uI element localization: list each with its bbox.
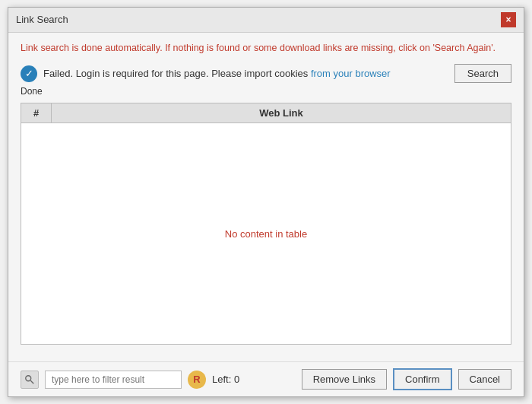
table-header: # Web Link — [21, 103, 511, 123]
dialog-title: Link Search — [16, 14, 68, 25]
status-text-start: Failed. Login is required for this page.… — [43, 68, 311, 79]
search-again-button[interactable]: Search — [454, 64, 511, 83]
confirm-button[interactable]: Confirm — [393, 368, 452, 390]
check-icon: ✓ — [21, 65, 37, 82]
info-text: Link search is done automatically. If no… — [21, 42, 511, 56]
import-cookies-link[interactable]: from your browser — [311, 68, 391, 79]
results-table: # Web Link No content in table — [21, 103, 511, 345]
footer: R Left: 0 Remove Links Confirm Cancel — [8, 361, 524, 396]
done-label: Done — [21, 86, 511, 97]
filter-icon[interactable] — [21, 371, 39, 389]
svg-point-0 — [26, 376, 31, 381]
status-message: Failed. Login is required for this page.… — [43, 68, 391, 79]
svg-line-1 — [30, 380, 33, 383]
remove-links-button[interactable]: Remove Links — [302, 369, 387, 390]
empty-table-message: No content in table — [225, 228, 307, 240]
filter-input[interactable] — [45, 371, 182, 389]
col-num-header: # — [21, 103, 52, 122]
status-left: ✓ Failed. Login is required for this pag… — [21, 65, 391, 82]
dialog-content: Link search is done automatically. If no… — [8, 33, 524, 362]
status-row: ✓ Failed. Login is required for this pag… — [21, 64, 511, 83]
cancel-button[interactable]: Cancel — [458, 369, 511, 390]
link-search-dialog: Link Search × Link search is done automa… — [8, 7, 524, 398]
left-count: Left: 0 — [212, 374, 296, 385]
close-button[interactable]: × — [501, 12, 516, 27]
col-link-header: Web Link — [52, 103, 511, 122]
r-icon: R — [188, 371, 206, 389]
title-bar: Link Search × — [8, 8, 524, 33]
table-body: No content in table — [21, 123, 511, 344]
